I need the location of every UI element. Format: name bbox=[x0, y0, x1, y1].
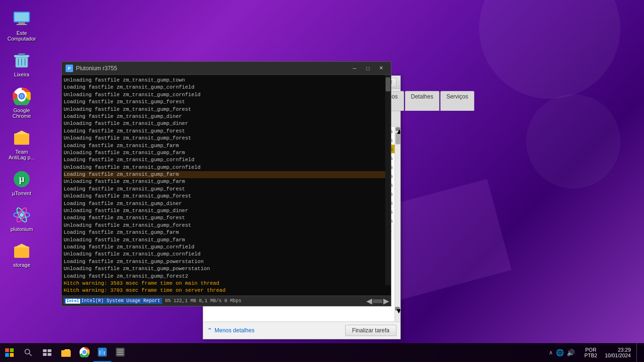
console-line: Loading fastfile zm_transit_gump_cornfie… bbox=[64, 156, 389, 164]
taskbar-items bbox=[57, 343, 544, 362]
tm-footer: ⌃ Menos detalhes Finalizar tarefa bbox=[203, 321, 400, 339]
tab-detalhes[interactable]: Detalhes bbox=[405, 91, 439, 111]
svg-text:µ: µ bbox=[19, 173, 25, 184]
desktop-icon-chrome[interactable]: GoogleChrome bbox=[5, 84, 39, 121]
tab-servicos[interactable]: Serviços bbox=[440, 91, 474, 111]
svg-rect-33 bbox=[43, 353, 47, 356]
status-cpu: 0% bbox=[165, 298, 171, 304]
status-net: 0 Mbps bbox=[224, 298, 241, 304]
svg-point-14 bbox=[21, 95, 23, 97]
tm-scroll-down[interactable]: ▼ bbox=[395, 307, 400, 311]
console-scrollbar[interactable] bbox=[385, 75, 391, 285]
svg-rect-23 bbox=[14, 247, 29, 258]
taskbar-item-chrome[interactable] bbox=[75, 343, 93, 362]
console-line: Loading fastfile zm_transit_gump_farm bbox=[64, 142, 389, 149]
svg-rect-35 bbox=[61, 350, 71, 357]
tray-arrow-icon[interactable]: ∧ bbox=[549, 349, 553, 356]
plutonium-maximize-button[interactable]: □ bbox=[362, 64, 374, 73]
desktop-icon-storage[interactable]: storage bbox=[5, 239, 39, 270]
console-line: Loading fastfile zm_transit_gump_forest bbox=[64, 214, 389, 222]
console-line: Hitch warning: 3703 msec frame time on s… bbox=[64, 287, 389, 294]
clock-time: 23:29 bbox=[618, 347, 631, 353]
svg-point-40 bbox=[84, 352, 85, 353]
trash-icon-label: Lixeira bbox=[14, 72, 29, 77]
chrome-icon-label: GoogleChrome bbox=[12, 107, 31, 119]
start-button[interactable] bbox=[0, 343, 19, 362]
status-mem: 122,1 MB bbox=[173, 298, 196, 304]
console-line: Loading fastfile zm_transit_gump_farm bbox=[64, 171, 389, 178]
tm-scrollbar[interactable]: ▲ ▼ bbox=[395, 127, 400, 321]
desktop-icon-computer[interactable]: EsteComputador bbox=[5, 7, 39, 44]
console-line: Unloading fastfile zm_transit_gump_diner bbox=[64, 120, 389, 127]
tm-less-details[interactable]: ⌃ Menos detalhes bbox=[207, 327, 255, 334]
console-line: Unloading fastfile zm_transit_gump_cornf… bbox=[64, 164, 389, 171]
clock[interactable]: 23:29 10/01/2024 bbox=[603, 347, 633, 358]
windows-logo-icon bbox=[5, 348, 14, 357]
svg-rect-2 bbox=[18, 22, 25, 24]
svg-point-29 bbox=[25, 349, 30, 354]
svg-rect-31 bbox=[43, 349, 47, 352]
console-line: Loading fastfile zm_transit_gump_cornfie… bbox=[64, 244, 389, 251]
svg-marker-16 bbox=[14, 131, 29, 134]
console-line: Hitch warning: 3583 msec frame time on m… bbox=[64, 280, 389, 287]
console-line: Unloading fastfile zm_transit_gump_fores… bbox=[64, 135, 389, 142]
svg-rect-48 bbox=[117, 354, 124, 355]
desktop-icon-trash[interactable]: Lixeira bbox=[5, 49, 39, 80]
statusbar-scrollbar[interactable] bbox=[373, 299, 382, 303]
task-view-icon bbox=[43, 349, 51, 356]
svg-rect-47 bbox=[117, 352, 124, 353]
console-line: Loading fastfile zm_transit_gump_cornfie… bbox=[64, 84, 389, 91]
taskbar-item-extra[interactable] bbox=[111, 343, 129, 362]
desktop-icons: EsteComputador Lixeira bbox=[0, 0, 43, 277]
plutonium-title-icon: P bbox=[66, 65, 73, 72]
svg-rect-32 bbox=[48, 349, 51, 352]
taskbar-item-taskmanager[interactable] bbox=[93, 343, 111, 362]
svg-rect-43 bbox=[101, 349, 103, 355]
svg-rect-42 bbox=[99, 350, 101, 354]
task-view-button[interactable] bbox=[38, 343, 57, 362]
end-task-button[interactable]: Finalizar tarefa bbox=[345, 325, 396, 336]
status-bar-text: Intel(R) System Usage Report bbox=[81, 298, 160, 304]
console-line: Unloading fastfile zm_transit_gump_town bbox=[64, 77, 389, 84]
console-line: Loading fastfile zm_transit_gump_powerst… bbox=[64, 258, 389, 265]
file-explorer-icon bbox=[60, 346, 72, 358]
statusbar-nav-right[interactable]: ▶ bbox=[383, 296, 389, 305]
plutonium-console[interactable]: Unloading fastfile zm_transit_gump_town … bbox=[62, 75, 391, 296]
task-manager-icon bbox=[97, 347, 107, 357]
plutonium-titlebar[interactable]: P Plutonium r3755 ─ □ ✕ bbox=[62, 62, 391, 75]
console-line: Unloading fastfile zm_transit_gump_cornf… bbox=[64, 251, 389, 258]
svg-line-30 bbox=[29, 354, 32, 356]
console-line: Unloading fastfile zm_transit_gump_farm bbox=[64, 178, 389, 185]
console-line: Unloading fastfile zm_transit_gump_fores… bbox=[64, 222, 389, 229]
tray-network-icon[interactable]: 🌐 bbox=[556, 349, 564, 356]
show-desktop-button[interactable] bbox=[636, 343, 639, 362]
status-bar-content: Intel Intel(R) System Usage Report 0% 12… bbox=[64, 298, 366, 304]
statusbar-nav-left[interactable]: ◀ bbox=[366, 296, 372, 305]
console-scrollbar-thumb[interactable] bbox=[386, 77, 390, 91]
plutonium-minimize-button[interactable]: ─ bbox=[348, 64, 361, 73]
console-line: Loading fastfile zm_transit_gump_diner bbox=[64, 113, 389, 120]
tm-scroll-up[interactable]: ▲ bbox=[396, 127, 400, 131]
desktop-icon-utorrent[interactable]: µ µTorrent bbox=[5, 167, 39, 198]
console-line: Unloading fastfile zm_transit_gump_power… bbox=[64, 265, 389, 272]
svg-rect-1 bbox=[15, 13, 29, 21]
plutonium-icon bbox=[12, 206, 31, 224]
plutonium-window: P Plutonium r3755 ─ □ ✕ Unloading fastfi… bbox=[61, 61, 391, 306]
taskbar-item-explorer[interactable] bbox=[57, 343, 75, 362]
desktop-icon-plutonium[interactable]: plutonium bbox=[5, 203, 39, 234]
search-taskbar-button[interactable] bbox=[19, 343, 38, 362]
tray-volume-icon[interactable]: 🔊 bbox=[567, 349, 575, 356]
computer-icon-label: EsteComputador bbox=[8, 30, 36, 41]
svg-rect-3 bbox=[17, 24, 27, 25]
svg-rect-44 bbox=[104, 351, 105, 354]
status-disk: 0,1 MB/s bbox=[199, 298, 222, 304]
storage-icon bbox=[12, 241, 31, 260]
plutonium-close-button[interactable]: ✕ bbox=[375, 64, 387, 73]
console-line: Unloading fastfile zm_transit_gump_fores… bbox=[64, 193, 389, 200]
language-indicator[interactable]: POR PTB2 bbox=[582, 347, 599, 358]
svg-rect-6 bbox=[18, 53, 25, 56]
less-details-label: Menos detalhes bbox=[215, 327, 255, 334]
statusbar-nav: ◀ ▶ bbox=[366, 296, 389, 305]
utorrent-label: µTorrent bbox=[12, 190, 32, 196]
desktop-icon-team-antilag[interactable]: TeamAntiLag p... bbox=[5, 126, 39, 163]
